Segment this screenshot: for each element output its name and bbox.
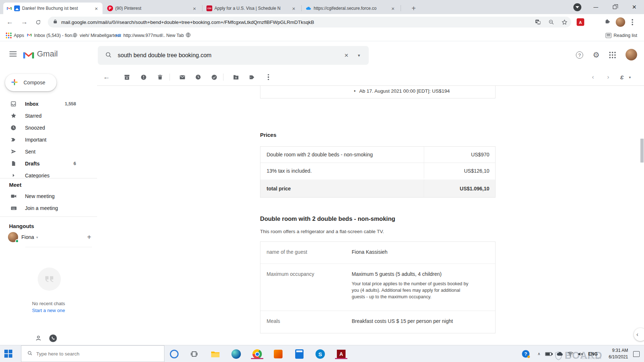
- start-new-chat-link[interactable]: Start a new one: [0, 308, 97, 313]
- star-icon: [10, 112, 17, 119]
- settings-button[interactable]: ⚙: [591, 50, 601, 60]
- main-menu-icon[interactable]: [9, 51, 17, 56]
- reload-button[interactable]: [33, 17, 43, 27]
- more-options-icon[interactable]: [264, 73, 272, 81]
- zoom-out-icon[interactable]: [547, 18, 555, 26]
- show-hidden-icons-button[interactable]: ∧: [538, 345, 540, 362]
- clear-search-icon[interactable]: ×: [344, 51, 348, 59]
- taskbar-clock[interactable]: 9:31 AM 6/10/2021: [609, 345, 628, 362]
- window-close-button[interactable]: ×: [626, 0, 643, 14]
- labels-button[interactable]: [248, 73, 256, 81]
- office-button[interactable]: [273, 349, 283, 359]
- input-tools-caret-icon[interactable]: ▾: [626, 73, 634, 81]
- new-tab-button[interactable]: +: [409, 3, 419, 13]
- back-button[interactable]: ←: [5, 17, 14, 27]
- support-button[interactable]: ?: [574, 50, 585, 60]
- window-minimize-button[interactable]: —: [587, 0, 604, 14]
- move-to-button[interactable]: [232, 73, 240, 81]
- sidebar-item-starred[interactable]: Starred: [0, 110, 97, 122]
- sidebar-item-snoozed[interactable]: Snoozed: [0, 122, 97, 134]
- sidebar-item-join-meeting[interactable]: Join a meeting: [0, 202, 91, 214]
- bookmark-globe[interactable]: [185, 30, 191, 41]
- window-restore-button[interactable]: [606, 0, 623, 14]
- tab-visa[interactable]: CGI Apply for a U.S. Visa | Schedule N ×: [204, 3, 300, 14]
- address-bar[interactable]: mail.google.com/mail/u/0/#search/south+b…: [48, 17, 571, 28]
- tab-close-icon[interactable]: ×: [93, 5, 100, 12]
- tab-close-icon[interactable]: ×: [191, 5, 198, 12]
- contact-name: Fiona: [21, 234, 34, 240]
- adobe-reader-button[interactable]: A: [336, 349, 346, 359]
- language-indicator[interactable]: ENG: [588, 345, 598, 362]
- chrome-button[interactable]: [252, 349, 262, 359]
- snooze-button[interactable]: [194, 73, 202, 81]
- bookmark-mirabellgarten[interactable]: vieh/ Mirabellgarte...: [72, 30, 121, 41]
- back-to-list-button[interactable]: ←: [103, 73, 110, 81]
- battery-icon[interactable]: [545, 345, 553, 362]
- mark-unread-button[interactable]: [178, 73, 186, 81]
- taskbar-search-input[interactable]: [36, 351, 138, 357]
- compose-button[interactable]: Compose: [5, 74, 57, 91]
- gear-icon: ⚙: [593, 51, 600, 59]
- archive-button[interactable]: [123, 73, 131, 81]
- pdf-extension-icon[interactable]: A: [577, 18, 584, 26]
- sidebar-item-inbox[interactable]: Inbox 1,558: [0, 98, 97, 110]
- sidebar-item-label: Sent: [25, 149, 35, 155]
- calculator-icon: [295, 349, 304, 359]
- volume-muted-icon[interactable]: [577, 345, 584, 362]
- extensions-puzzle-icon[interactable]: [604, 18, 611, 26]
- sidebar-item-categories[interactable]: Categories: [0, 169, 97, 178]
- cortana-button[interactable]: [169, 349, 179, 359]
- newer-conversation-button[interactable]: ‹: [589, 73, 597, 81]
- action-center-button[interactable]: [633, 345, 640, 362]
- scrollbar-thumb[interactable]: [640, 139, 644, 163]
- clock-icon: [10, 125, 17, 131]
- sidebar-item-sent[interactable]: Sent: [0, 146, 97, 157]
- forward-button[interactable]: →: [20, 17, 29, 27]
- hr-icon: HR: [116, 34, 121, 38]
- bookmark-apps[interactable]: Apps: [6, 30, 24, 41]
- tab-close-icon[interactable]: ×: [290, 5, 297, 12]
- wifi-icon[interactable]: [567, 345, 574, 362]
- edge-button[interactable]: [231, 349, 241, 359]
- tab-cgifederal[interactable]: https://cgifederal.secure.force.co ×: [303, 3, 399, 14]
- input-tools-button[interactable]: Ɛ: [618, 73, 626, 81]
- task-view-button[interactable]: [189, 349, 199, 359]
- sidebar-item-important[interactable]: Important: [0, 134, 97, 146]
- google-apps-button[interactable]: [607, 50, 618, 60]
- onedrive-icon[interactable]: [556, 345, 564, 362]
- older-conversation-button[interactable]: ›: [604, 73, 612, 81]
- bookmark-inbox[interactable]: Inbox (5,543) - fion...: [27, 30, 76, 41]
- tab-pinterest[interactable]: P (90) Pinterest ×: [104, 3, 201, 14]
- phone-tab-button[interactable]: [49, 334, 57, 342]
- file-explorer-button[interactable]: [210, 349, 220, 359]
- bookmark-977mus[interactable]: HR http://www.977mus...: [116, 30, 165, 41]
- translate-icon[interactable]: [534, 18, 542, 26]
- sidebar-item-drafts[interactable]: Drafts 6: [0, 157, 97, 169]
- browser-profile-avatar[interactable]: [616, 17, 625, 27]
- hangouts-contact-row[interactable]: Fiona ▾ +: [8, 231, 91, 243]
- account-avatar[interactable]: [626, 49, 637, 60]
- contacts-tab-button[interactable]: [35, 334, 42, 343]
- add-to-tasks-button[interactable]: [210, 73, 218, 81]
- skype-button[interactable]: S: [315, 349, 325, 359]
- browser-menu-icon[interactable]: [632, 19, 633, 25]
- start-button[interactable]: [4, 350, 12, 358]
- search-input[interactable]: [118, 52, 344, 59]
- sidebar-item-new-meeting[interactable]: New meeting: [0, 190, 91, 202]
- reading-list-button[interactable]: Reading list: [606, 30, 637, 41]
- new-hangout-button[interactable]: +: [87, 233, 91, 241]
- tab-close-icon[interactable]: ×: [390, 5, 396, 12]
- bookmark-new-tab[interactable]: New Tab: [159, 30, 184, 41]
- table-row: Maximum occupancy Maximum 5 guests (5 ad…: [260, 264, 495, 311]
- tab-gmail-booking[interactable]: Danke! Ihre Buchung ist best ×: [3, 3, 103, 14]
- delete-button[interactable]: [156, 73, 164, 81]
- get-help-button[interactable]: ?: [522, 345, 530, 362]
- search-options-caret-icon[interactable]: ▾: [358, 53, 360, 58]
- taskbar-search[interactable]: [21, 345, 164, 362]
- media-control-button[interactable]: [569, 0, 586, 14]
- report-spam-button[interactable]: [139, 73, 147, 81]
- calculator-button[interactable]: [294, 349, 304, 359]
- bookmark-star-icon[interactable]: [560, 18, 568, 26]
- gmail-search-box[interactable]: × ▾: [98, 46, 369, 65]
- side-panel-collapse-button[interactable]: ‹: [634, 328, 644, 341]
